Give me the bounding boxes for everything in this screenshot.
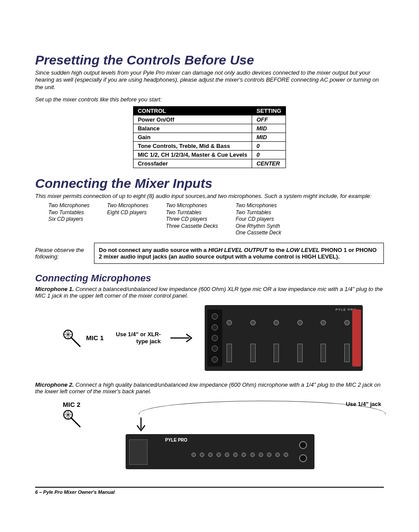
mic2-arrow-label: Use 1/4" jack [346,401,381,408]
knob-icon [297,320,303,325]
jack-icon [299,441,307,449]
mic1-label: MIC 1 [86,334,104,341]
jack-icon [212,335,218,341]
brand-label: PYLE PRO [165,438,188,442]
table-row: Gain MID [133,133,286,141]
mic1-jack-icon [212,313,218,320]
col-setting: SETTING [252,106,285,115]
rca-jack-icon [217,453,221,457]
sources-col: Two Microphones Eight CD players [107,202,148,237]
sources-col: Two Microphones Two Turntables Four CD p… [235,202,281,237]
mixer-top-diagram: PYLE PRO [205,305,363,371]
slider-icon [274,344,279,362]
slider-icon [227,344,232,362]
jack-icon [212,356,218,363]
section3-title: Connecting Microphones [35,273,384,284]
slider-icon [344,344,350,362]
slider-icon [321,344,326,362]
rca-jack-icon [284,453,288,457]
rca-jack-icon [275,453,280,457]
knob-icon [227,320,232,325]
knob-icon [344,320,350,325]
power-block-icon [129,439,148,465]
mic1-arrow-label: Use 1/4" or XLR-type jack [112,331,161,345]
footer-rule: 6 – Pyle Pro Mixer Owner's Manual [35,487,384,495]
mic1-figure: MIC 1 Use 1/4" or XLR-type jack PYLE PRO [61,305,384,371]
table-row: Balance MID [133,124,286,133]
observe-row: Please observe the following: Do not con… [35,243,384,264]
arrow-down-icon [134,417,148,434]
mic2-label: MIC 2 [63,401,80,408]
mic1-desc: Microphone 1. Connect a balanced/unbalan… [35,286,384,299]
jack-icon [212,324,218,331]
table-row: Tone Controls, Treble, Mid & Bass 0 [133,141,286,150]
table-row: Crossfader CENTER [133,159,286,168]
mic2-desc: Microphone 2. Connect a high quality bal… [35,381,384,395]
jack-icon [212,345,218,352]
section1-title: Presetting the Controls Before Use [35,53,384,68]
observe-label: Please observe the following: [35,247,88,260]
rca-jack-icon [191,453,196,457]
footer-text: 6 – Pyle Pro Mixer Owner's Manual [35,489,384,495]
settings-table: CONTROL SETTING Power On/Off OFF Balance… [133,106,286,168]
knob-icon [250,320,256,325]
slider-icon [250,344,256,362]
col-control: CONTROL [133,106,252,115]
sources-col: Two Microphones Two Turntables Three CD … [166,202,218,237]
mic2-figure: MIC 2 Use 1/4" jack [61,401,384,469]
rca-jack-icon [250,453,255,457]
sources-col: Two Microphones Two Turntables Six CD pl… [48,202,90,237]
section2-title: Connecting the Mixer Inputs [35,176,384,191]
knob-icon [321,320,326,325]
section1-intro: Since sudden high output levels from you… [35,69,384,91]
section2-intro: This mixer permits connection of up to e… [35,193,384,200]
mic2-jack-icon [299,454,307,462]
microphone-icon [61,328,82,348]
rca-jack-icon [200,453,204,457]
rca-jack-icon [259,453,263,457]
section1-setup: Set up the mixer controls like this befo… [35,96,384,103]
rca-jack-icon [225,453,229,457]
rca-jack-icon [208,453,213,457]
rca-jack-icon [233,453,238,457]
rca-jack-icon [242,453,246,457]
arrow-right-icon [170,331,196,345]
model-strip [352,309,361,367]
observe-box: Do not connect any audio source with a H… [94,243,384,264]
sources-row: Two Microphones Two Turntables Six CD pl… [48,202,384,237]
knob-icon [274,320,279,325]
table-row: MIC 1/2, CH 1/2/3/4, Master & Cue Levels… [133,150,286,159]
slider-icon [297,344,303,362]
rca-jack-icon [267,453,271,457]
table-row: Power On/Off OFF [133,115,286,124]
microphone-icon [61,408,82,428]
mixer-back-diagram: PYLE PRO [126,434,314,469]
